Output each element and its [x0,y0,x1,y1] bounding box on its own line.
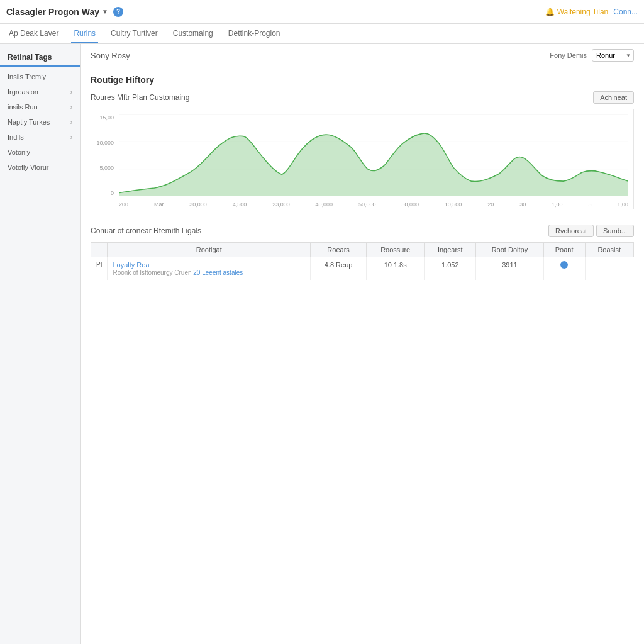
row-subtext: Roonk of Isftomeurgy Cruen 20 Leeent ast… [113,269,243,276]
row-name-link[interactable]: Loyalty Rea [113,261,149,269]
table-header: Rootigat Roears Roossure Ingearst Root D… [91,243,634,257]
nav-item-cultry[interactable]: Cultry Turtiver [108,25,160,43]
user-menu[interactable]: 🔔 Waltening Tilan [545,8,609,16]
table-section-title: Conuar of cronear Rtemith Ligals [91,226,201,235]
col-num [91,243,108,257]
chart-x-labels: 200 Mar 30,000 4,500 23,000 40,000 50,00… [119,201,628,208]
top-bar: Clasagler Progon Way ▼ ? 🔔 Waltening Til… [0,0,644,24]
content-page-title: Sony Rosy [91,51,130,60]
sidebar-label: Irgreasion [8,88,38,96]
chevron-right-icon: › [70,104,72,111]
sidebar-item-votofly[interactable]: Votofly Vlorur [0,160,80,175]
user-name: Waltening Tilan [557,8,609,16]
routing-history-chart: 15,00 10,000 5,000 0 [91,109,634,209]
x-label-11: 30 [519,201,526,208]
sumb-button[interactable]: Sumb... [596,225,634,237]
nav-item-ap-deak[interactable]: Ap Deak Laver [6,25,61,43]
x-label-5: 23,000 [272,201,290,208]
title-dropdown-icon[interactable]: ▼ [102,8,108,15]
filter-label: Fony Demis [550,52,587,59]
sidebar-label: Insils Tremly [8,73,46,80]
row-roears: 4.8 Reup [311,257,367,280]
x-label-7: 50,000 [358,201,376,208]
x-label-4: 4,500 [233,201,247,208]
row-name-cell: Loyalty Rea Roonk of Isftomeurgy Cruen 2… [108,257,311,280]
chevron-right-icon: › [70,89,72,96]
x-label-1: 200 [119,201,128,208]
sidebar-item-votonly[interactable]: Votonly [0,145,80,160]
row-root-doltpy: 1.052 [425,257,476,280]
x-label-3: 30,000 [189,201,207,208]
app-title-text: Clasagler Progon Way [6,7,99,17]
main-layout: Retinal Tags Insils Tremly Irgreasion › … [0,44,644,644]
sidebar-item-insils-tremly[interactable]: Insils Tremly [0,69,80,84]
content-area: Sony Rosy Fony Demis Ronur Option2 Optio… [80,44,644,644]
chart-subtitle: Roures Mftr Plan Customaing [91,93,189,102]
sidebar-label: Votofly Vlorur [8,164,48,171]
sidebar-label: insils Run [8,103,38,111]
row-status [543,257,585,280]
x-label-10: 20 [487,201,494,208]
extra-link[interactable]: Conn... [613,8,638,16]
y-label-4: 15,00 [91,114,114,121]
y-label-1: 0 [91,190,114,196]
x-label-9: 10,500 [445,201,462,208]
chevron-right-icon: › [70,134,72,141]
nav-item-rurins[interactable]: Rurins [71,25,98,43]
bell-icon: 🔔 [545,8,555,16]
app-title: Clasagler Progon Way ▼ [6,7,108,17]
x-label-13: 5 [589,201,592,208]
col-poant: Poant [543,243,585,257]
table-header-row: Conuar of cronear Rtemith Ligals Rvchore… [91,225,634,237]
section-title: Routige Hiftory [91,75,634,85]
table-btn-group: Rvchoreat Sumb... [548,225,634,237]
filter-select[interactable]: Ronur Option2 Option3 [592,49,634,62]
sidebar-item-irgreasion[interactable]: Irgreasion › [0,84,80,99]
sidebar-section-title: Retinal Tags [0,49,80,67]
data-table: Rootigat Roears Roossure Ingearst Root D… [91,242,634,280]
sidebar-label: Indils [8,133,24,141]
chevron-right-icon: › [70,119,72,126]
col-rootigat: Rootigat [108,243,311,257]
sidebar: Retinal Tags Insils Tremly Irgreasion › … [0,44,80,644]
sidebar-item-naptly[interactable]: Naptly Turkes › [0,114,80,130]
chart-svg-area [119,114,628,196]
x-label-8: 50,000 [401,201,419,208]
col-roears: Roears [311,243,367,257]
help-icon[interactable]: ? [113,7,123,17]
row-roossure: 10 1.8s [367,257,425,280]
table-row: PI Loyalty Rea Roonk of Isftomeurgy Crue… [91,257,634,280]
sidebar-item-indils[interactable]: Indils › [0,130,80,145]
y-label-2: 5,000 [91,165,114,171]
data-table-section: Conuar of cronear Rtemith Ligals Rvchore… [80,225,644,291]
routing-history-section: Routige Hiftory Roures Mftr Plan Customa… [80,67,644,225]
row-num: PI [91,257,108,280]
nav-item-dettink[interactable]: Dettink-Proglon [226,25,283,43]
nav-item-customaing[interactable]: Customaing [170,25,216,43]
content-header: Sony Rosy Fony Demis Ronur Option2 Optio… [80,44,644,67]
sidebar-item-insils-run[interactable]: insils Run › [0,99,80,114]
col-roasist: Roasist [585,243,633,257]
x-label-12: 1,00 [552,201,563,208]
chart-y-labels: 15,00 10,000 5,000 0 [91,114,116,196]
row-poant: 3911 [476,257,543,280]
row-sublink[interactable]: 20 Leeent astales [193,269,243,276]
chart-svg [119,114,628,196]
col-root-doltpy: Root Doltpy [476,243,543,257]
col-ingearst: Ingearst [425,243,476,257]
x-label-6: 40,000 [316,201,333,208]
achineat-button[interactable]: Achineat [593,91,634,104]
content-header-actions: Fony Demis Ronur Option2 Option3 [550,49,634,62]
x-label-2: Mar [154,201,164,208]
y-label-3: 10,000 [91,140,114,146]
col-roossure: Roossure [367,243,425,257]
sidebar-label: Naptly Turkes [8,118,50,126]
secondary-nav: Ap Deak Laver Rurins Cultry Turtiver Cus… [0,24,644,44]
sidebar-label: Votonly [8,148,30,156]
status-dot-icon [560,261,568,269]
filter-select-wrapper: Ronur Option2 Option3 [592,49,634,62]
rvchoreat-button[interactable]: Rvchoreat [548,225,594,237]
chart-subsection-header: Roures Mftr Plan Customaing Achineat [91,91,634,104]
x-label-14: 1,00 [617,201,628,208]
